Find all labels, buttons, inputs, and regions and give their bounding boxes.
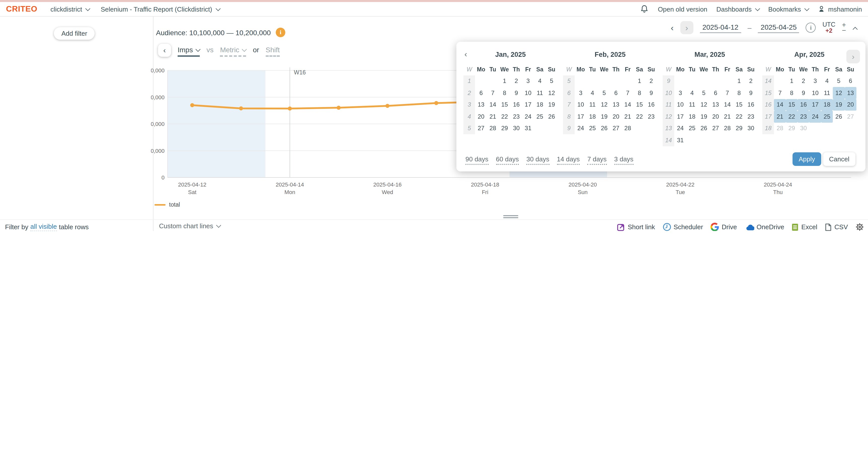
calendar-day[interactable]: 13: [475, 99, 487, 110]
onedrive-button[interactable]: OneDrive: [744, 223, 784, 231]
calendar-day[interactable]: 3: [575, 87, 587, 99]
calendar-day[interactable]: 12: [698, 99, 710, 110]
date-zoom-out-button[interactable]: −: [842, 28, 846, 33]
calendar-day[interactable]: 14: [774, 99, 786, 110]
calendar-day[interactable]: 9: [798, 87, 809, 99]
compare-metric-dropdown[interactable]: Metric: [220, 46, 246, 57]
calendar-day[interactable]: 5: [546, 75, 558, 87]
calendar-day[interactable]: 3: [522, 75, 534, 87]
calendar-day[interactable]: 23: [645, 110, 657, 123]
scheduler-button[interactable]: Scheduler: [662, 223, 703, 231]
calendar-day[interactable]: 15: [633, 99, 645, 110]
calendar-day[interactable]: 24: [575, 123, 587, 134]
timezone-indicator[interactable]: UTC +2: [823, 22, 835, 34]
calendar-day[interactable]: 2: [798, 75, 809, 87]
calendar-day[interactable]: 10: [675, 99, 686, 110]
calendar-day[interactable]: 9: [510, 87, 522, 99]
calendar-day[interactable]: 18: [821, 99, 833, 110]
cancel-button[interactable]: Cancel: [823, 152, 856, 166]
calendar-day[interactable]: 22: [733, 110, 745, 123]
quick-range-14-days[interactable]: 14 days: [557, 155, 580, 165]
calendar-day[interactable]: 25: [534, 110, 546, 123]
account-selector[interactable]: clickdistrict: [51, 5, 90, 13]
calendar-day[interactable]: 16: [510, 99, 522, 110]
calendar-day[interactable]: 17: [809, 99, 821, 110]
calendar-day[interactable]: 3: [675, 87, 686, 99]
user-menu[interactable]: mshamonin: [818, 5, 862, 13]
notifications-bell-icon[interactable]: [640, 4, 649, 13]
calendar-day[interactable]: 21: [487, 110, 499, 123]
calendar-day[interactable]: 1: [786, 75, 798, 87]
data-point[interactable]: [337, 106, 341, 110]
calendar-day[interactable]: 15: [786, 99, 798, 110]
add-filter-button[interactable]: Add filter: [54, 27, 95, 40]
calendar-day[interactable]: 15: [499, 99, 510, 110]
calendar-day[interactable]: 1: [733, 75, 745, 87]
calendar-day[interactable]: 2: [510, 75, 522, 87]
start-date-input[interactable]: [700, 22, 741, 33]
calendar-day[interactable]: 5: [698, 87, 710, 99]
collapse-panel-button[interactable]: [852, 24, 857, 31]
calendar-day[interactable]: 11: [586, 99, 598, 110]
end-date-input[interactable]: [758, 22, 799, 33]
calendar-day[interactable]: 8: [733, 87, 745, 99]
calendar-day[interactable]: 22: [633, 110, 645, 123]
calendar-day[interactable]: 9: [745, 87, 757, 99]
calendar-day[interactable]: 6: [845, 75, 857, 87]
calendar-day[interactable]: 11: [534, 87, 546, 99]
report-selector[interactable]: Selenium - Traffic Report (Clickdistrict…: [101, 5, 220, 13]
calendar-day[interactable]: 8: [499, 87, 510, 99]
calendar-day[interactable]: 20: [845, 99, 857, 110]
calendar-day[interactable]: 20: [475, 110, 487, 123]
criteo-logo[interactable]: CRITEO: [6, 4, 37, 13]
calendar-day[interactable]: 4: [534, 75, 546, 87]
calendar-day[interactable]: 23: [798, 110, 809, 123]
date-prev-button[interactable]: ‹: [671, 23, 674, 32]
calendar-day[interactable]: 31: [675, 134, 686, 146]
quick-range-30-days[interactable]: 30 days: [526, 155, 549, 165]
calendar-day[interactable]: 11: [686, 99, 698, 110]
calendar-day[interactable]: 5: [833, 75, 845, 87]
chart-resize-handle[interactable]: [503, 215, 518, 218]
quick-range-90-days[interactable]: 90 days: [465, 155, 488, 165]
calendar-day[interactable]: 13: [710, 99, 721, 110]
calendar-day[interactable]: 24: [675, 123, 686, 134]
calendar-day[interactable]: 13: [610, 99, 622, 110]
quick-range-7-days[interactable]: 7 days: [587, 155, 607, 165]
calendar-day[interactable]: 24: [809, 110, 821, 123]
audience-info-icon[interactable]: i: [276, 28, 285, 37]
calendar-day[interactable]: 26: [546, 110, 558, 123]
calendar-day[interactable]: 2: [745, 75, 757, 87]
calendar-day[interactable]: 25: [586, 123, 598, 134]
calendar-day[interactable]: 18: [586, 110, 598, 123]
calendar-day[interactable]: 14: [487, 99, 499, 110]
calendar-day[interactable]: 27: [610, 123, 622, 134]
calendar-day[interactable]: 4: [686, 87, 698, 99]
calendar-day[interactable]: 10: [575, 99, 587, 110]
calendar-day[interactable]: 26: [833, 110, 845, 123]
calendar-day[interactable]: 10: [809, 87, 821, 99]
calendar-day[interactable]: 9: [645, 87, 657, 99]
calendar-day[interactable]: 23: [745, 110, 757, 123]
date-next-button[interactable]: ›: [680, 21, 693, 34]
calendar-day[interactable]: 22: [499, 110, 510, 123]
calendar-day[interactable]: 16: [745, 99, 757, 110]
calendar-day[interactable]: 11: [821, 87, 833, 99]
calendar-day[interactable]: 19: [598, 110, 610, 123]
calendar-day[interactable]: 12: [598, 99, 610, 110]
calendar-day[interactable]: 19: [833, 99, 845, 110]
data-point[interactable]: [239, 106, 243, 110]
shift-toggle[interactable]: Shift: [266, 46, 280, 57]
calendar-day[interactable]: 17: [522, 99, 534, 110]
calendar-day[interactable]: 19: [698, 110, 710, 123]
bookmarks-menu[interactable]: Bookmarks: [768, 5, 809, 13]
calendar-day[interactable]: 25: [821, 110, 833, 123]
calendar-day[interactable]: 3: [809, 75, 821, 87]
table-settings-button[interactable]: [856, 223, 864, 231]
primary-metric-dropdown[interactable]: Imps: [178, 46, 200, 57]
calendar-day[interactable]: 16: [798, 99, 809, 110]
quick-range-60-days[interactable]: 60 days: [496, 155, 519, 165]
calendar-day[interactable]: 2: [645, 75, 657, 87]
data-point[interactable]: [434, 101, 438, 105]
calendar-day[interactable]: 8: [786, 87, 798, 99]
